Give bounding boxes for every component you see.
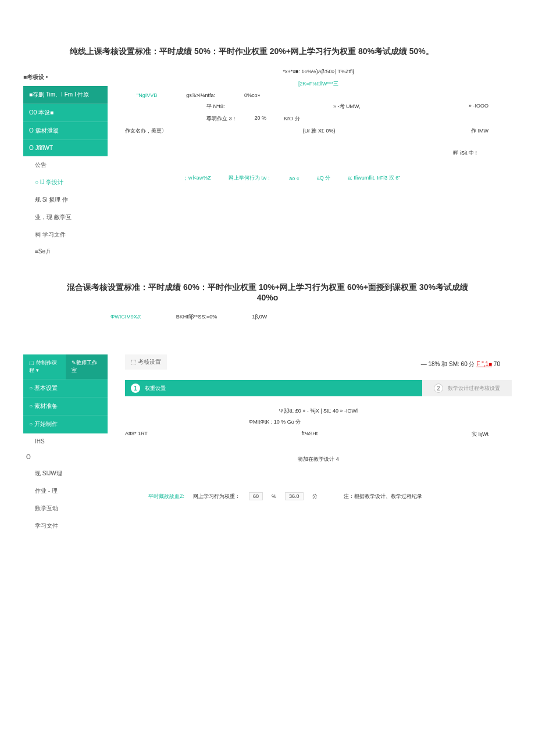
title-section-2: 混合课考核设置标准：平时成绩 60%：平时作业权重 10%+网上学习行为权重 6…: [23, 282, 512, 302]
step-2-process[interactable]: 2 数学设计过程考核设置: [422, 380, 512, 396]
row2-b: ΦMItΦtK : 10 % Go 分: [125, 418, 512, 426]
row-c2: (Ur 雅 Xt: 0%): [302, 127, 335, 135]
nav-start[interactable]: ○ 开始制作: [23, 415, 108, 433]
step-bar: 1 权重设置 2 数学设计过程考核设置: [125, 380, 512, 396]
sidebar-nav-3[interactable]: O 簇材泄凝: [23, 122, 108, 140]
menu-o[interactable]: O: [23, 449, 108, 465]
menu-design[interactable]: ○ IJ 学没计: [23, 174, 108, 191]
row-b2: 20 %: [255, 115, 267, 123]
sidebar-2: ⬚ 待制作课程 ▾ ✎教师工作室 ○ 基本设置 ○ 素材准备 ○ 开始制作 IH…: [23, 354, 108, 535]
menu-file[interactable]: 祠 学习文件: [23, 226, 108, 243]
screenshot-section-1: ■考极设 • ■存删 Tim、I Fm I 件原 O0 本设■ O 簇材泄凝 O…: [23, 69, 512, 259]
foot2-2: 网上学习行为权重：: [193, 493, 240, 500]
nav-top1[interactable]: ⬚ 待制作课程 ▾: [23, 354, 66, 379]
sidebar-1: ■考极设 • ■存删 Tim、I Fm I 件原 O0 本设■ O 簇材泄凝 O…: [23, 69, 108, 259]
row-a3: » -IOOO: [469, 103, 488, 110]
menu-studyfile[interactable]: 学习文件: [23, 517, 108, 535]
lbl-ngivvb: "NgIVVB: [137, 92, 157, 98]
top-crumb: *x+*x■: 1«%⅛)Aβ:50»∣T%Ztfij: [125, 69, 512, 74]
foot1: ；w∣<aw%Z: [183, 174, 211, 182]
nav-material[interactable]: ○ 素材准备: [23, 397, 108, 415]
step-2-badge: 2: [434, 384, 443, 393]
menu-sijw[interactable]: 现 SIJW理: [23, 465, 108, 482]
header-label: ■考极设 •: [23, 69, 108, 86]
row-a1: 平 N*t8:: [206, 103, 225, 110]
title-section-1: 纯线上课考核设置标准：平时成绩 50%：平时作业权重 20%+网上学习行为权重 …: [23, 46, 512, 57]
step-1-badge: 1: [131, 384, 140, 393]
line2-c: 1β,0W: [252, 314, 267, 320]
menu-announcement[interactable]: 公告: [23, 156, 108, 174]
line2-a: ΦWICIM9XJ:: [110, 314, 141, 320]
screenshot-section-2: ⬚ 待制作课程 ▾ ✎教师工作室 ○ 基本设置 ○ 素材准备 ○ 开始制作 IH…: [23, 354, 512, 535]
top-right-stats: — 18% 和 SM: 60 分 F ",1■ 70: [421, 360, 512, 368]
menu-interact[interactable]: 数学互动: [23, 500, 108, 517]
row2-a: Ψββtt: £0 » - ¾jX | Stt: 40 » -IOWl: [125, 408, 512, 414]
row-b3: KrO 分: [284, 115, 300, 123]
lbl-0co: 0%co»: [244, 92, 261, 98]
menu-work[interactable]: 业，现 敝学互: [23, 209, 108, 226]
sidebar-nav-2[interactable]: O0 本设■: [23, 104, 108, 122]
sidebar-nav-4[interactable]: O JfifiWT: [23, 140, 108, 156]
sidebar-nav-1[interactable]: ■存删 Tim、I Fm I 件原: [23, 86, 108, 104]
foot2-1: 平时藏故故血Z:: [148, 493, 184, 500]
row2-c3: 实 IijWt: [472, 431, 488, 438]
menu-ihs[interactable]: IHS: [23, 433, 108, 449]
row-a2: » -考 UMW,: [333, 103, 361, 110]
foot5: a: Ifiwumflit. IrFl3 汉 6": [348, 174, 400, 182]
footer-line-1: ；w∣<aw%Z 网上学何行为 tw： ao « aQ 分 a: Ifiwumf…: [125, 174, 512, 182]
step-1-weight[interactable]: 1 权重设置: [125, 380, 422, 396]
row-b1: 尊明作立 3：: [206, 115, 237, 123]
foot2-5: 注：根据教学设计、教学过程纪录: [344, 493, 422, 500]
foot2-3b: %: [272, 493, 276, 499]
menu-homework[interactable]: 作业 - 理: [23, 482, 108, 500]
menu-rule[interactable]: 规 Si 损理 作: [23, 191, 108, 209]
row2-d: 犄加在教学设计 4: [125, 456, 512, 463]
mid-info-line: ΦWICIM9XJ: BKHtfiβ**SS:=0% 1β,0W: [23, 314, 512, 320]
nav-basic[interactable]: ○ 基本设置: [23, 379, 108, 397]
footer-line-2: 平时藏故故血Z: 网上学习行为权重： 60 % 36.0 分 注：根据教学设计、…: [125, 492, 512, 500]
foot2-4b: 分: [312, 493, 318, 500]
score-input[interactable]: 36.0: [285, 492, 304, 500]
step-indicator: [2K=F⅛ttllW***三: [125, 80, 512, 88]
content-area-2: ⬚ 考核设置 — 18% 和 SM: 60 分 F ",1■ 70 1 权重设置…: [108, 354, 512, 535]
row2-c1: Att8* 1RT: [125, 431, 148, 438]
line2-b: BKHtfiβ**SS:=0%: [176, 314, 217, 320]
nav-top2[interactable]: ✎教师工作室: [66, 354, 108, 379]
step-1-label: 权重设置: [145, 385, 166, 392]
lbl-gs: gs⅞>I⅛ntfa:: [186, 92, 215, 98]
content-area-1: *x+*x■: 1«%⅛)Aβ:50»∣T%Ztfij [2K=F⅛ttllW*…: [108, 69, 512, 259]
weight-input[interactable]: 60: [249, 492, 263, 500]
foot4: aQ 分: [317, 174, 331, 182]
breadcrumb-header: ⬚ 考核设置: [125, 354, 167, 370]
foot2: 网上学何行为 tw：: [229, 174, 272, 182]
row-d: 晖 iSit 中 !: [125, 149, 512, 157]
row2-c2: ft⅛SHt: [302, 431, 318, 438]
menu-sefi[interactable]: ≡Se,fi: [23, 243, 108, 259]
row-c1: 作女名办，美更〉: [125, 127, 167, 135]
step-2-label: 数学设计过程考核设置: [448, 385, 500, 392]
foot3: ao «: [289, 175, 299, 181]
row-c3: 作 IMW: [471, 127, 488, 135]
